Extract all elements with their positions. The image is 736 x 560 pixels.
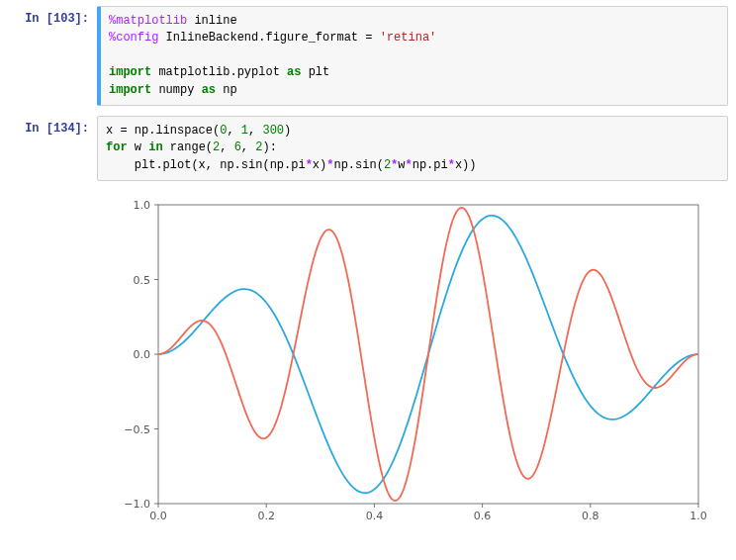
x-tick-label: 0.2 <box>257 510 275 522</box>
y-tick-label: 0.0 <box>134 348 151 361</box>
input-prompt: In [103]: <box>8 6 97 106</box>
series-line <box>158 208 698 501</box>
x-tick-label: 0.8 <box>582 510 599 522</box>
prompt-close: ]: <box>75 122 89 136</box>
y-tick-label: −0.5 <box>124 423 150 436</box>
prompt-close: ]: <box>75 12 89 26</box>
input-prompt: In [134]: <box>8 116 97 181</box>
output-cell: 0.00.20.40.60.81.0−1.0−0.50.00.51.0 <box>8 191 728 531</box>
x-tick-label: 0.0 <box>149 510 167 522</box>
prompt-label: In [ <box>25 12 53 26</box>
x-tick-label: 1.0 <box>690 510 707 522</box>
y-tick-label: −1.0 <box>124 498 150 511</box>
code-editor[interactable]: %matplotlib inline %config InlineBackend… <box>109 13 719 99</box>
x-tick-label: 0.4 <box>366 510 384 522</box>
code-cell: In [134]: x = np.linspace(0, 1, 300) for… <box>8 116 728 181</box>
matplotlib-chart: 0.00.20.40.60.81.0−1.0−0.50.00.51.0 <box>97 195 710 531</box>
prompt-number: 134 <box>53 122 75 136</box>
output-area: 0.00.20.40.60.81.0−1.0−0.50.00.51.0 <box>97 191 728 531</box>
output-prompt <box>8 191 97 531</box>
prompt-number: 103 <box>53 12 75 26</box>
code-input-area[interactable]: x = np.linspace(0, 1, 300) for w in rang… <box>97 116 728 181</box>
code-input-area[interactable]: %matplotlib inline %config InlineBackend… <box>97 6 728 106</box>
y-tick-label: 0.5 <box>134 274 151 287</box>
x-tick-label: 0.6 <box>474 510 492 522</box>
code-editor[interactable]: x = np.linspace(0, 1, 300) for w in rang… <box>106 123 719 174</box>
y-tick-label: 1.0 <box>134 199 151 212</box>
code-cell: In [103]: %matplotlib inline %config Inl… <box>8 6 728 106</box>
prompt-label: In [ <box>25 122 53 136</box>
